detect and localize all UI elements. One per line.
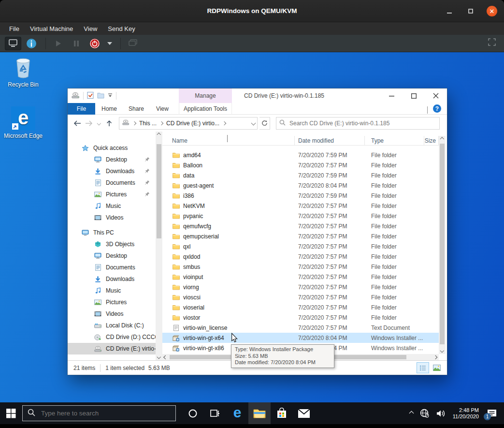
file-row-qxldod[interactable]: qxldod7/20/2020 7:57 PMFile folder	[162, 251, 439, 262]
back-button[interactable]	[72, 118, 82, 129]
file-explorer-taskbar-icon[interactable]	[248, 402, 271, 424]
nav-item-pictures[interactable]: Pictures	[68, 296, 156, 308]
file-row-vioserial[interactable]: vioserial7/20/2020 7:57 PMFile folder	[162, 302, 439, 312]
search-input[interactable]	[288, 119, 436, 127]
file-row-i386[interactable]: i3867/20/2020 7:59 PMFile folder	[162, 191, 439, 201]
breadcrumb-segment[interactable]: CD Drive (E:) virtio...	[166, 120, 219, 127]
file-row-guest-agent[interactable]: guest-agent7/20/2020 8:04 PMFile folder	[162, 180, 439, 191]
address-dropdown-chevron[interactable]	[251, 121, 256, 126]
column-header-size[interactable]: Size	[424, 136, 439, 146]
nav-item-local-disk-c[interactable]: Local Disk (C:)	[68, 320, 156, 331]
tray-expand-chevron[interactable]	[406, 402, 417, 424]
scroll-right-arrow[interactable]	[432, 354, 439, 360]
scrollbar-thumb[interactable]	[157, 144, 161, 238]
action-center-button[interactable]: 1	[483, 402, 504, 424]
scroll-down-arrow[interactable]	[439, 347, 446, 354]
tab-home[interactable]: Home	[98, 103, 120, 115]
breadcrumb-segment[interactable]: This ...	[139, 120, 157, 127]
scroll-left-arrow[interactable]	[162, 354, 169, 360]
file-row-netkvm[interactable]: NetKVM7/20/2020 7:57 PMFile folder	[162, 201, 439, 211]
microsoft-store-taskbar-icon[interactable]	[271, 402, 293, 424]
start-button[interactable]	[0, 402, 22, 424]
shutdown-menu-caret[interactable]	[105, 37, 115, 50]
pause-button[interactable]	[68, 37, 85, 50]
file-row-balloon[interactable]: Balloon7/20/2020 7:57 PMFile folder	[162, 160, 439, 170]
file-row-viostor[interactable]: viostor7/20/2020 7:57 PMFile folder	[162, 312, 439, 323]
scrollbar-thumb[interactable]	[440, 144, 445, 344]
run-button[interactable]	[50, 37, 66, 50]
nav-item-documents[interactable]: Documents	[68, 177, 156, 189]
desktop-icon-recycle-bin[interactable]: Recycle Bin	[0, 56, 46, 88]
task-view-button[interactable]	[204, 402, 226, 424]
ribbon-context-tab-manage[interactable]: Manage	[179, 89, 232, 103]
file-row-vioscsi[interactable]: vioscsi7/20/2020 7:57 PMFile folder	[162, 292, 439, 302]
tab-application-tools[interactable]: Application Tools	[179, 103, 232, 115]
volume-icon[interactable]	[432, 402, 449, 424]
vm-details-button[interactable]	[23, 37, 40, 50]
recent-locations-chevron[interactable]	[96, 118, 102, 129]
explorer-maximize-button[interactable]	[403, 89, 425, 103]
nav-item-cd-drive-d-cccoma[interactable]: CD Drive (D:) CCCOMA_	[68, 331, 156, 343]
shutdown-button[interactable]	[86, 37, 103, 50]
network-globe-icon[interactable]	[417, 402, 432, 424]
vm-close-button[interactable]: ✕	[487, 6, 497, 16]
nav-item-desktop[interactable]: Desktop	[68, 154, 156, 165]
tab-share[interactable]: Share	[124, 103, 148, 115]
explorer-titlebar[interactable]: Manage CD Drive (E:) virtio-win-0.1.185	[68, 89, 447, 103]
file-row-amd64[interactable]: amd647/20/2020 7:59 PMFile folder	[162, 150, 439, 160]
qat-customize-button[interactable]	[108, 92, 113, 99]
file-row-qemupciserial[interactable]: qemupciserial7/20/2020 7:57 PMFile folde…	[162, 231, 439, 241]
file-row-pvpanic[interactable]: pvpanic7/20/2020 7:57 PMFile folder	[162, 211, 439, 221]
large-icons-view-button[interactable]	[431, 362, 443, 373]
forward-button[interactable]	[84, 118, 94, 129]
file-row-data[interactable]: data7/20/2020 7:59 PMFile folder	[162, 170, 439, 180]
nav-item-downloads[interactable]: Downloads	[68, 273, 156, 285]
column-header-name[interactable]: Name	[162, 136, 295, 146]
file-list-scrollbar[interactable]	[439, 136, 446, 354]
edge-taskbar-icon[interactable]: e	[226, 402, 248, 424]
help-button[interactable]: ?	[433, 104, 441, 113]
nav-item-videos[interactable]: Videos	[68, 212, 156, 223]
details-view-button[interactable]	[417, 362, 429, 373]
vm-menu-file[interactable]: File	[4, 23, 25, 34]
file-row-qemufwcfg[interactable]: qemufwcfg7/20/2020 7:57 PMFile folder	[162, 221, 439, 231]
nav-item-music[interactable]: Music	[68, 200, 156, 212]
qat-new-folder-button[interactable]	[97, 92, 104, 100]
nav-item-pictures[interactable]: Pictures	[68, 189, 156, 200]
scroll-up-arrow[interactable]	[156, 132, 162, 138]
file-row-virtio-win-gt-x64[interactable]: virtio-win-gt-x647/20/2020 8:04 PMWindow…	[162, 333, 439, 343]
column-header-type[interactable]: Type	[365, 136, 424, 146]
scroll-down-arrow[interactable]	[156, 354, 162, 360]
file-row-vioinput[interactable]: vioinput7/20/2020 7:57 PMFile folder	[162, 272, 439, 282]
taskbar-search-input[interactable]	[40, 409, 171, 417]
refresh-button[interactable]	[259, 117, 270, 130]
taskbar-clock[interactable]: 2:48 PM 11/20/2020	[449, 407, 483, 420]
nav-item-quick-access[interactable]: Quick access	[68, 142, 156, 154]
column-header-date-modified[interactable]: Date modified	[295, 136, 365, 146]
explorer-minimize-button[interactable]	[380, 89, 403, 103]
nav-item-downloads[interactable]: Downloads	[68, 165, 156, 177]
explorer-close-button[interactable]	[425, 89, 447, 103]
vm-menu-send-key[interactable]: Send Key	[102, 23, 140, 34]
console-displays-button[interactable]	[125, 37, 141, 50]
desktop-icon-microsoft-edge[interactable]: e Microsoft Edge	[0, 106, 46, 139]
nav-item-3d-objects[interactable]: 3D Objects	[68, 238, 156, 250]
up-button[interactable]	[104, 118, 114, 129]
scroll-up-arrow[interactable]	[439, 136, 446, 143]
qat-properties-button[interactable]	[87, 91, 94, 101]
cortana-button[interactable]	[182, 402, 204, 424]
nav-item-documents[interactable]: Documents	[68, 262, 156, 273]
graphical-console-button[interactable]	[5, 37, 21, 50]
file-row-qxl[interactable]: qxl7/20/2020 7:57 PMFile folder	[162, 241, 439, 251]
tab-file[interactable]: File	[68, 103, 95, 115]
vm-menu-view[interactable]: View	[78, 23, 102, 34]
vm-maximize-button[interactable]	[465, 6, 476, 16]
taskbar-search-box[interactable]	[22, 405, 176, 421]
vm-minimize-button[interactable]	[444, 6, 455, 16]
breadcrumb[interactable]: This ... CD Drive (E:) virtio...	[119, 117, 258, 130]
mail-taskbar-icon[interactable]	[293, 402, 315, 424]
nav-scrollbar[interactable]	[156, 132, 162, 360]
nav-item-desktop[interactable]: Desktop	[68, 250, 156, 262]
fullscreen-button[interactable]	[488, 38, 496, 48]
file-row-viorng[interactable]: viorng7/20/2020 7:57 PMFile folder	[162, 282, 439, 292]
